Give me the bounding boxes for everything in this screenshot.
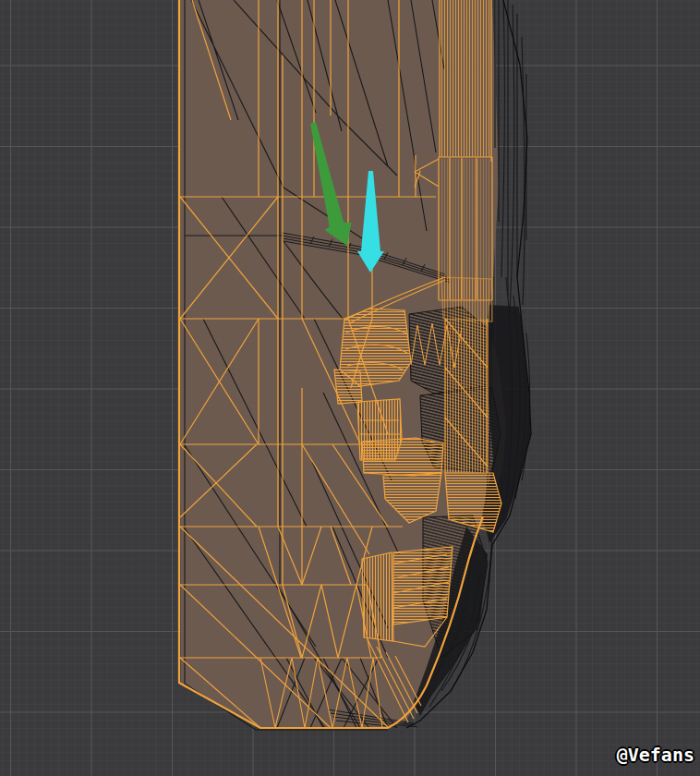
- viewport: @Vefans: [0, 0, 700, 776]
- watermark: @Vefans: [617, 746, 694, 764]
- viewport-canvas[interactable]: [0, 0, 700, 776]
